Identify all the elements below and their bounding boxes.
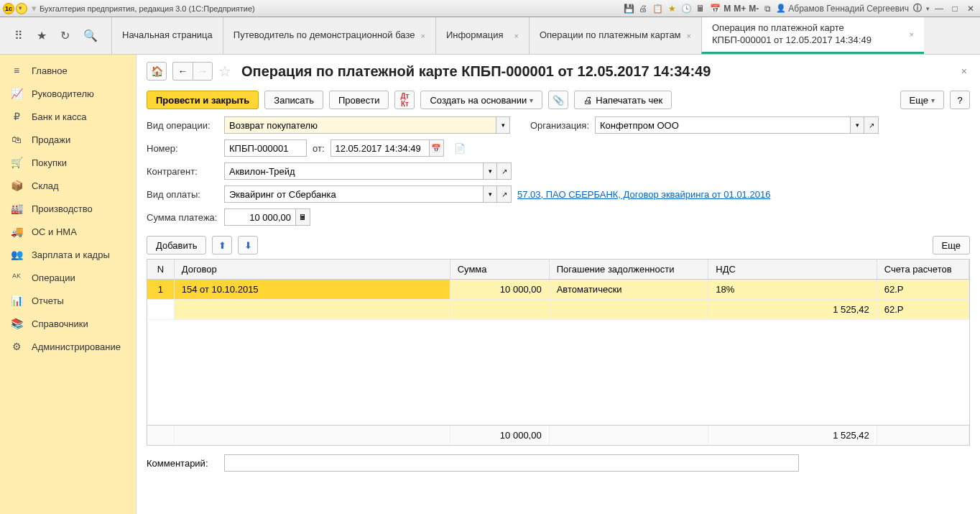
sidebar-item-main[interactable]: ≡Главное	[0, 59, 136, 82]
info-dropdown[interactable]: ▾	[926, 5, 930, 12]
col-contract[interactable]: Договор	[175, 260, 450, 279]
books-icon: 📚	[10, 318, 23, 329]
col-sum[interactable]: Сумма	[450, 260, 550, 279]
info-icon[interactable]: ⓘ	[912, 3, 923, 14]
close-document-button[interactable]: ×	[958, 63, 970, 80]
window-title: Бухгалтерия предприятия, редакция 3.0 (1…	[40, 4, 623, 13]
memory-mplus-button[interactable]: M+	[734, 4, 746, 14]
tab-home[interactable]: Начальная страница	[111, 17, 223, 54]
sidebar-item-operations[interactable]: ᴬᴷОперации	[0, 266, 136, 289]
col-n[interactable]: N	[147, 260, 175, 279]
toolbar-icon-calc[interactable]: 🖩	[695, 3, 706, 14]
pay-type-field[interactable]: Эквайринг от Сбербанка	[224, 185, 483, 203]
table-row[interactable]: 1 525,42 62.Р	[147, 300, 969, 320]
box-icon: 📦	[10, 180, 23, 191]
move-up-button[interactable]: ⬆	[212, 236, 232, 254]
sidebar-item-manager[interactable]: 📈Руководителю	[0, 82, 136, 105]
counterparty-field[interactable]: Аквилон-Трейд	[224, 162, 483, 180]
table-body[interactable]: 1 154 от 10.10.2015 10 000,00 Автоматиче…	[147, 280, 969, 425]
org-field[interactable]: Конфетпром ООО	[595, 116, 850, 134]
tab-close-icon[interactable]: ×	[687, 32, 691, 40]
org-open-icon[interactable]: ↗	[864, 116, 879, 134]
forward-button[interactable]: →	[193, 62, 213, 81]
current-user[interactable]: Абрамов Геннадий Сергеевич	[776, 4, 909, 14]
close-window-button[interactable]: ✕	[964, 3, 977, 14]
sidebar-item-warehouse[interactable]: 📦Склад	[0, 174, 136, 197]
sidebar-item-admin[interactable]: ⚙Администрирование	[0, 335, 136, 358]
maximize-button[interactable]: □	[948, 3, 961, 14]
counterparty-open-icon[interactable]: ↗	[497, 162, 512, 180]
sidebar-item-purchases[interactable]: 🛒Покупки	[0, 151, 136, 174]
dt-kt-button[interactable]: ДтКт	[394, 91, 415, 109]
favorite-star-icon[interactable]: ☆	[218, 63, 231, 80]
tab-guide[interactable]: Путеводитель по демонстрационной базе ×	[223, 17, 435, 54]
sidebar-item-bank[interactable]: ₽Банк и касса	[0, 105, 136, 128]
add-row-button[interactable]: Добавить	[147, 236, 206, 254]
counterparty-dropdown-icon[interactable]: ▾	[483, 162, 497, 180]
op-type-field[interactable]: Возврат покупателю	[224, 116, 496, 134]
toolbar-icon-clipboard[interactable]: 📋	[652, 3, 663, 14]
tab-close-icon[interactable]: ×	[910, 30, 914, 39]
sidebar-item-reports[interactable]: 📊Отчеты	[0, 289, 136, 312]
calendar-icon[interactable]: 📅	[430, 139, 444, 157]
minimize-button[interactable]: —	[933, 3, 946, 14]
table-more-button[interactable]: Еще	[933, 236, 970, 254]
memory-m-button[interactable]: M	[724, 4, 731, 14]
search-icon[interactable]: 🔍	[83, 29, 98, 42]
home-button[interactable]: 🏠	[147, 62, 167, 81]
mark-icon[interactable]: 📄	[454, 143, 466, 154]
toolbar-icon-save[interactable]: 💾	[623, 3, 634, 14]
back-button[interactable]: ←	[172, 62, 193, 81]
cell-acc: 62.Р	[877, 280, 969, 300]
post-button[interactable]: Провести	[329, 91, 389, 109]
sidebar-item-salary[interactable]: 👥Зарплата и кадры	[0, 243, 136, 266]
col-pay[interactable]: Погашение задолженности	[550, 260, 709, 279]
post-and-close-button[interactable]: Провести и закрыть	[147, 91, 259, 109]
tab-close-icon[interactable]: ×	[514, 32, 518, 40]
sidebar-item-assets[interactable]: 🚚ОС и НМА	[0, 220, 136, 243]
panel-toggle-icon[interactable]: ⧉	[762, 3, 773, 14]
col-vat[interactable]: НДС	[708, 260, 877, 279]
op-type-dropdown-icon[interactable]: ▾	[496, 116, 510, 134]
pay-type-dropdown-icon[interactable]: ▾	[483, 185, 497, 203]
sidebar-item-directories[interactable]: 📚Справочники	[0, 312, 136, 335]
history-nav-icon[interactable]: ↻	[60, 29, 70, 42]
toolbar-icon-calendar[interactable]: 📅	[709, 3, 721, 14]
tab-info[interactable]: Информация ×	[435, 17, 529, 54]
save-button[interactable]: Записать	[264, 91, 323, 109]
sidebar-item-label: Продажи	[32, 134, 70, 145]
tab-card-ops[interactable]: Операции по платежным картам ×	[529, 17, 701, 54]
comment-field[interactable]	[224, 454, 799, 472]
tab-close-icon[interactable]: ×	[420, 32, 425, 40]
org-dropdown-icon[interactable]: ▾	[850, 116, 864, 134]
print-check-button[interactable]: 🖨Напечатать чек	[574, 91, 672, 109]
toolbar-icon-print[interactable]: 🖨	[637, 3, 649, 14]
move-down-button[interactable]: ⬇	[238, 236, 258, 254]
toolbar-icon-favorite[interactable]: ★	[666, 3, 678, 14]
pay-type-open-icon[interactable]: ↗	[497, 185, 512, 203]
document-toolbar: Провести и закрыть Записать Провести ДтК…	[137, 88, 980, 116]
col-acc[interactable]: Счета расчетов	[877, 260, 969, 279]
sidebar-item-label: Банк и касса	[32, 111, 87, 122]
more-button[interactable]: Еще	[900, 91, 944, 109]
tab-label: Начальная страница	[122, 29, 213, 42]
calculator-icon[interactable]: 🖩	[296, 208, 310, 226]
sidebar-item-sales[interactable]: 🛍Продажи	[0, 128, 136, 151]
app-menu-dropdown[interactable]	[16, 3, 27, 14]
tab-card-op-doc[interactable]: Операция по платежной карте КПБП-000001 …	[701, 17, 924, 54]
favorites-star-icon[interactable]: ★	[37, 29, 47, 42]
attachments-button[interactable]: 📎	[548, 91, 568, 109]
acquiring-link[interactable]: 57.03, ПАО СБЕРБАНК, Договор эквайринга …	[517, 189, 770, 200]
date-field[interactable]	[330, 139, 430, 157]
table-row[interactable]: 1 154 от 10.10.2015 10 000,00 Автоматиче…	[147, 280, 969, 300]
cell-pay: Автоматически	[550, 280, 709, 300]
comment-row: Комментарий:	[137, 446, 980, 480]
number-field[interactable]	[224, 139, 307, 157]
toolbar-icon-history[interactable]: 🕓	[680, 3, 692, 14]
memory-mminus-button[interactable]: M-	[749, 4, 759, 14]
create-based-button[interactable]: Создать на основании	[420, 91, 542, 109]
help-button[interactable]: ?	[950, 91, 970, 109]
sidebar-item-production[interactable]: 🏭Производство	[0, 197, 136, 220]
amount-field[interactable]	[224, 208, 296, 226]
apps-grid-icon[interactable]: ⠿	[14, 29, 23, 42]
